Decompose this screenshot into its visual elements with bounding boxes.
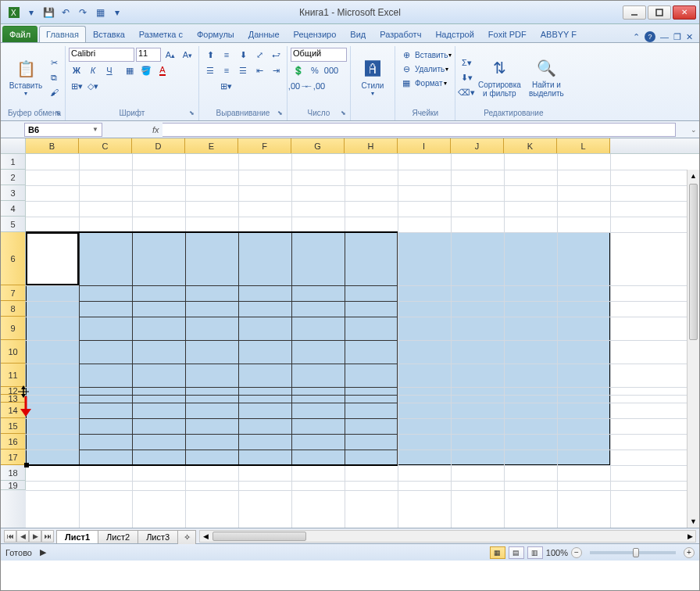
tab-review[interactable]: Рецензиро [287, 26, 344, 42]
minimize-button[interactable] [623, 5, 646, 20]
tab-home[interactable]: Главная [39, 26, 86, 42]
merge-button[interactable]: ⊞▾ [202, 79, 249, 93]
decrease-font-button[interactable]: A▾ [180, 48, 195, 62]
scroll-right-icon[interactable]: ▶ [684, 531, 695, 542]
styles-button[interactable]: 🅰 Стили ▾ [354, 48, 391, 107]
column-header-H[interactable]: H [345, 138, 398, 153]
row-header-11[interactable]: 11 [1, 364, 26, 387]
percent-button[interactable]: % [307, 63, 323, 77]
column-header-B[interactable]: B [26, 138, 79, 153]
bold-button[interactable]: Ж [69, 63, 84, 77]
close-button[interactable]: ✕ [673, 5, 696, 20]
autosum-button[interactable]: Σ▾ [459, 56, 474, 70]
format-cells-button[interactable]: ▦ [398, 76, 414, 90]
sheet-tab-3[interactable]: Лист3 [138, 530, 178, 543]
zoom-in-button[interactable]: + [684, 547, 695, 558]
cells-area[interactable] [26, 154, 699, 528]
zoom-out-button[interactable]: − [571, 547, 582, 558]
insert-cells-button[interactable]: ⊕ [398, 48, 414, 62]
column-header-D[interactable]: D [132, 138, 185, 153]
zoom-slider-knob[interactable] [633, 548, 639, 557]
clipboard-launcher-icon[interactable]: ⬊ [54, 109, 62, 117]
vertical-scrollbar[interactable]: ▲ ▼ [687, 170, 699, 528]
increase-indent-button[interactable]: ⇥ [268, 63, 284, 77]
fill-button[interactable]: ⬇▾ [459, 70, 474, 84]
maximize-button[interactable] [648, 5, 671, 20]
column-header-G[interactable]: G [291, 138, 345, 153]
cut-button[interactable]: ✂ [46, 56, 62, 70]
macro-record-icon[interactable]: ▶ [40, 547, 46, 557]
zoom-slider[interactable] [590, 551, 676, 554]
font-launcher-icon[interactable]: ⬊ [188, 109, 195, 117]
hscroll-thumb[interactable] [212, 532, 306, 541]
page-break-view-button[interactable]: ▥ [527, 546, 543, 559]
tab-view[interactable]: Вид [343, 26, 373, 42]
number-launcher-icon[interactable]: ⬊ [339, 109, 347, 117]
column-header-L[interactable]: L [557, 138, 610, 153]
increase-font-button[interactable]: A▴ [162, 48, 178, 62]
column-header-K[interactable]: K [504, 138, 557, 153]
sheet-nav-prev-button[interactable]: ◀ [16, 530, 29, 543]
number-format-select[interactable]: Общий [291, 48, 347, 62]
border-dropdown-button[interactable]: ⊞▾ [69, 79, 84, 93]
currency-button[interactable]: 💲 [291, 63, 306, 77]
copy-button[interactable]: ⧉ [46, 70, 62, 84]
delete-cells-button[interactable]: ⊖ [398, 62, 414, 76]
column-header-C[interactable]: C [79, 138, 132, 153]
scroll-down-icon[interactable]: ▼ [688, 515, 699, 528]
horizontal-scrollbar[interactable]: ◀ ▶ [199, 530, 696, 543]
ribbon-minimize-icon[interactable]: ⌃ [633, 32, 640, 42]
tab-developer[interactable]: Разработч [373, 26, 428, 42]
fill-color-button[interactable]: 🪣 [138, 63, 154, 77]
page-layout-view-button[interactable]: ▤ [509, 546, 524, 559]
border-button[interactable]: ▦ [122, 63, 138, 77]
redo-icon[interactable]: ↷ [76, 5, 90, 20]
row-header-13[interactable]: 13 [1, 395, 26, 403]
align-left-button[interactable]: ☰ [202, 63, 218, 77]
tab-foxit[interactable]: Foxit PDF [481, 26, 534, 42]
name-box-dropdown-icon[interactable]: ▼ [92, 126, 98, 133]
row-header-14[interactable]: 14 [1, 403, 26, 418]
align-right-button[interactable]: ☰ [235, 63, 251, 77]
alignment-launcher-icon[interactable]: ⬊ [276, 109, 284, 117]
sheet-tab-2[interactable]: Лист2 [98, 530, 138, 543]
scroll-up-icon[interactable]: ▲ [688, 170, 699, 182]
select-all-corner[interactable] [1, 138, 26, 153]
column-header-J[interactable]: J [451, 138, 504, 153]
find-select-button[interactable]: 🔍 Найти и выделить [524, 48, 568, 107]
sheet-tab-1[interactable]: Лист1 [56, 530, 98, 543]
tab-insert[interactable]: Вставка [86, 26, 132, 42]
format-painter-button[interactable]: 🖌 [46, 85, 62, 99]
tab-page-layout[interactable]: Разметка с [132, 26, 190, 42]
new-sheet-button[interactable]: ✧ [177, 530, 196, 544]
row-header-17[interactable]: 17 [1, 450, 26, 465]
qat-dropdown-icon[interactable]: ▾ [24, 5, 38, 20]
row-header-7[interactable]: 7 [1, 285, 26, 301]
row-header-15[interactable]: 15 [1, 418, 26, 434]
wrap-text-button[interactable]: ⮐ [268, 48, 284, 62]
excel-icon[interactable]: X [7, 5, 21, 20]
orientation-button[interactable]: ⤢ [252, 48, 267, 62]
column-header-I[interactable]: I [398, 138, 451, 153]
row-header-5[interactable]: 5 [1, 217, 26, 232]
font-size-select[interactable]: 11 [136, 48, 161, 62]
tab-formulas[interactable]: Формулы [190, 26, 241, 42]
name-box[interactable]: B6 ▼ [24, 123, 102, 137]
row-header-2[interactable]: 2 [1, 170, 26, 185]
column-header-F[interactable]: F [238, 138, 291, 153]
tab-file[interactable]: Файл [2, 26, 38, 42]
sheet-nav-first-button[interactable]: ⏮ [4, 530, 16, 543]
clear-button[interactable]: ⌫▾ [459, 85, 474, 99]
comma-button[interactable]: 000 [323, 63, 339, 77]
column-header-E[interactable]: E [185, 138, 238, 153]
undo-icon[interactable]: ↶ [59, 5, 73, 20]
scroll-left-icon[interactable]: ◀ [200, 531, 211, 542]
workbook-restore-icon[interactable]: ❐ [673, 32, 681, 42]
formula-bar-expand-icon[interactable]: ⌄ [688, 126, 699, 134]
qat-more-icon[interactable]: ▦ [93, 5, 107, 20]
font-color-button[interactable]: A [155, 63, 170, 77]
normal-view-button[interactable]: ▦ [490, 546, 505, 559]
row-header-3[interactable]: 3 [1, 185, 26, 201]
align-center-button[interactable]: ≡ [219, 63, 234, 77]
row-header-16[interactable]: 16 [1, 434, 26, 450]
